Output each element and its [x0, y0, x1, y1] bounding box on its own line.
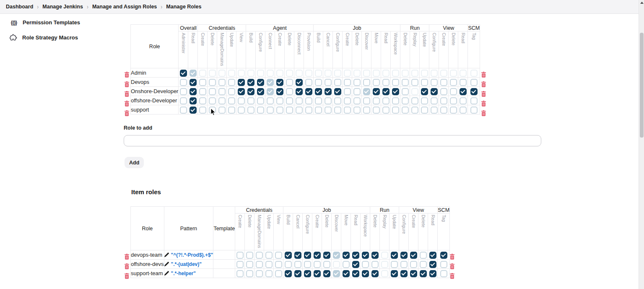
permission-checkbox[interactable] — [286, 97, 293, 104]
delete-role-icon[interactable] — [480, 108, 487, 118]
permission-checkbox[interactable] — [352, 252, 359, 259]
permission-checkbox[interactable] — [286, 79, 293, 86]
permission-checkbox[interactable] — [410, 261, 417, 268]
permission-checkbox[interactable] — [285, 261, 292, 268]
permission-checkbox[interactable] — [344, 79, 351, 86]
permission-checkbox[interactable] — [209, 88, 216, 95]
scrollbar-track[interactable] — [639, 0, 644, 289]
permission-checkbox[interactable] — [353, 97, 361, 104]
permission-checkbox[interactable] — [421, 88, 428, 95]
permission-checkbox[interactable] — [314, 261, 321, 268]
permission-checkbox[interactable] — [392, 97, 399, 104]
scrollbar-up-arrow-icon[interactable] — [640, 2, 644, 4]
permission-checkbox[interactable] — [431, 107, 438, 114]
delete-role-icon[interactable] — [124, 108, 130, 118]
permission-checkbox[interactable] — [343, 270, 350, 277]
pattern-link[interactable]: ".*-(uat|dev)" — [171, 261, 202, 267]
sidebar-item-role-strategy-macros[interactable]: Role Strategy Macros — [9, 34, 78, 41]
permission-checkbox[interactable] — [218, 88, 226, 95]
permission-checkbox[interactable] — [267, 97, 274, 104]
permission-checkbox[interactable] — [373, 107, 380, 114]
permission-checkbox[interactable] — [315, 107, 322, 114]
permission-checkbox[interactable] — [247, 79, 254, 86]
permission-checkbox[interactable] — [247, 107, 254, 114]
pattern-link[interactable]: "^(?!.*-Prod$).+$" — [171, 252, 213, 258]
permission-checkbox[interactable] — [190, 79, 197, 86]
delete-role-icon[interactable] — [480, 89, 487, 99]
breadcrumb-item[interactable]: Dashboard — [6, 4, 33, 10]
permission-checkbox[interactable] — [209, 97, 216, 104]
permission-checkbox[interactable] — [265, 252, 273, 259]
permission-checkbox[interactable] — [294, 270, 301, 277]
permission-checkbox[interactable] — [382, 88, 390, 95]
permission-checkbox[interactable] — [286, 107, 293, 114]
permission-checkbox[interactable] — [218, 97, 226, 104]
permission-checkbox[interactable] — [352, 270, 359, 277]
permission-checkbox[interactable] — [257, 79, 264, 86]
permission-checkbox[interactable] — [180, 79, 187, 86]
permission-checkbox[interactable] — [180, 97, 187, 104]
scrollbar-thumb[interactable] — [640, 33, 644, 138]
permission-checkbox[interactable] — [236, 261, 244, 268]
permission-checkbox[interactable] — [382, 97, 390, 104]
permission-checkbox[interactable] — [410, 270, 417, 277]
permission-checkbox[interactable] — [296, 97, 303, 104]
permission-checkbox[interactable] — [236, 252, 244, 259]
permission-checkbox[interactable] — [323, 252, 330, 259]
permission-checkbox[interactable] — [199, 88, 206, 95]
delete-role-icon[interactable] — [480, 70, 487, 79]
permission-checkbox[interactable] — [199, 107, 206, 114]
permission-checkbox[interactable] — [294, 252, 301, 259]
permission-checkbox[interactable] — [470, 88, 478, 95]
permission-checkbox[interactable] — [420, 252, 427, 259]
permission-checkbox[interactable] — [363, 79, 370, 86]
permission-checkbox[interactable] — [431, 79, 438, 86]
permission-checkbox[interactable] — [373, 97, 380, 104]
permission-checkbox[interactable] — [314, 270, 321, 277]
permission-checkbox[interactable] — [391, 270, 398, 277]
permission-checkbox[interactable] — [353, 107, 361, 114]
permission-checkbox[interactable] — [411, 97, 418, 104]
permission-checkbox[interactable] — [440, 270, 447, 277]
delete-role-icon[interactable] — [124, 70, 130, 79]
permission-checkbox[interactable] — [450, 88, 457, 95]
permission-checkbox[interactable] — [247, 97, 254, 104]
permission-checkbox[interactable] — [276, 97, 283, 104]
permission-checkbox[interactable] — [460, 97, 467, 104]
permission-checkbox[interactable] — [371, 270, 379, 277]
permission-checkbox[interactable] — [429, 261, 436, 268]
permission-checkbox[interactable] — [402, 97, 409, 104]
permission-checkbox[interactable] — [180, 70, 187, 77]
permission-checkbox[interactable] — [371, 252, 379, 259]
permission-checkbox[interactable] — [421, 97, 428, 104]
delete-role-icon[interactable] — [449, 271, 455, 281]
permission-checkbox[interactable] — [344, 88, 351, 95]
permission-checkbox[interactable] — [180, 88, 187, 95]
permission-checkbox[interactable] — [275, 261, 282, 268]
permission-checkbox[interactable] — [256, 261, 263, 268]
delete-role-icon[interactable] — [124, 271, 130, 281]
permission-checkbox[interactable] — [460, 79, 467, 86]
pattern-link[interactable]: ".*-helper" — [171, 271, 196, 276]
permission-checkbox[interactable] — [257, 88, 264, 95]
permission-checkbox[interactable] — [305, 97, 312, 104]
permission-checkbox[interactable] — [460, 107, 467, 114]
delete-role-icon[interactable] — [124, 261, 130, 271]
permission-checkbox[interactable] — [276, 88, 283, 95]
permission-checkbox[interactable] — [325, 79, 332, 86]
permission-checkbox[interactable] — [402, 107, 409, 114]
permission-checkbox[interactable] — [238, 79, 245, 86]
permission-checkbox[interactable] — [247, 88, 254, 95]
permission-checkbox[interactable] — [238, 107, 245, 114]
permission-checkbox[interactable] — [440, 261, 447, 268]
permission-checkbox[interactable] — [315, 97, 322, 104]
permission-checkbox[interactable] — [325, 107, 332, 114]
permission-checkbox[interactable] — [363, 97, 370, 104]
permission-checkbox[interactable] — [400, 252, 408, 259]
permission-checkbox[interactable] — [420, 270, 427, 277]
permission-checkbox[interactable] — [352, 261, 359, 268]
permission-checkbox[interactable] — [218, 107, 226, 114]
permission-checkbox[interactable] — [305, 79, 312, 86]
edit-pattern-icon[interactable] — [164, 270, 169, 277]
permission-checkbox[interactable] — [209, 79, 216, 86]
